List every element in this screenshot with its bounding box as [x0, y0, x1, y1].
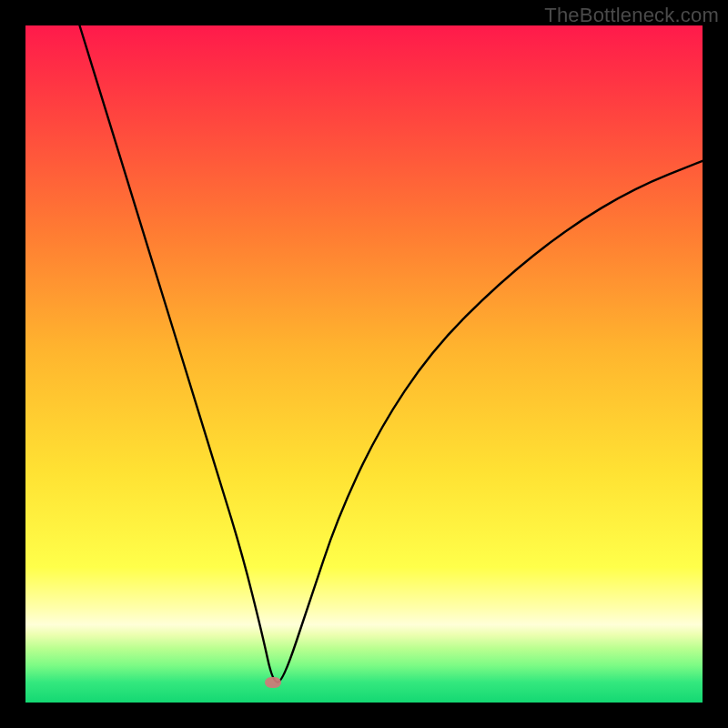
- min-marker: [265, 677, 281, 688]
- bottleneck-curve: [25, 25, 703, 703]
- chart-frame: TheBottleneck.com: [0, 0, 728, 728]
- watermark-text: TheBottleneck.com: [544, 4, 719, 27]
- plot-area: [25, 25, 703, 703]
